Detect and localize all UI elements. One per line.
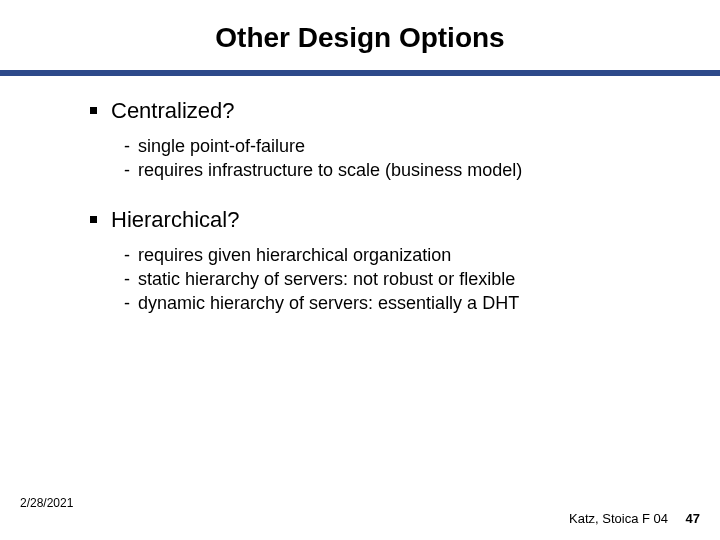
sub-bullet-text: single point-of-failure — [138, 134, 305, 158]
square-bullet-icon — [90, 216, 97, 223]
slide-title: Other Design Options — [0, 0, 720, 64]
bullet-text: Centralized? — [111, 98, 235, 124]
sub-bullet: - requires infrastructure to scale (busi… — [124, 158, 680, 182]
bullet-block-1: Hierarchical? - requires given hierarchi… — [90, 207, 680, 316]
bullet-level1: Hierarchical? — [90, 207, 680, 233]
sub-bullet-text: static hierarchy of servers: not robust … — [138, 267, 515, 291]
bullet-block-0: Centralized? - single point-of-failure -… — [90, 98, 680, 183]
dash-icon: - — [124, 291, 138, 315]
bullet-text: Hierarchical? — [111, 207, 239, 233]
slide: Other Design Options Centralized? - sing… — [0, 0, 720, 540]
sub-bullet: - dynamic hierarchy of servers: essentia… — [124, 291, 680, 315]
dash-icon: - — [124, 134, 138, 158]
dash-icon: - — [124, 158, 138, 182]
sub-bullet: - single point-of-failure — [124, 134, 680, 158]
sub-bullet-text: dynamic hierarchy of servers: essentiall… — [138, 291, 519, 315]
bullet-level1: Centralized? — [90, 98, 680, 124]
slide-body: Centralized? - single point-of-failure -… — [0, 76, 720, 315]
footer-date: 2/28/2021 — [20, 496, 73, 510]
square-bullet-icon — [90, 107, 97, 114]
dash-icon: - — [124, 243, 138, 267]
sub-bullet: - requires given hierarchical organizati… — [124, 243, 680, 267]
sub-bullet-text: requires given hierarchical organization — [138, 243, 451, 267]
sub-bullet: - static hierarchy of servers: not robus… — [124, 267, 680, 291]
footer-credit: Katz, Stoica F 04 — [569, 511, 668, 526]
footer-page-number: 47 — [686, 511, 700, 526]
sub-bullets: - requires given hierarchical organizati… — [90, 243, 680, 316]
dash-icon: - — [124, 267, 138, 291]
sub-bullet-text: requires infrastructure to scale (busine… — [138, 158, 522, 182]
sub-bullets: - single point-of-failure - requires inf… — [90, 134, 680, 183]
